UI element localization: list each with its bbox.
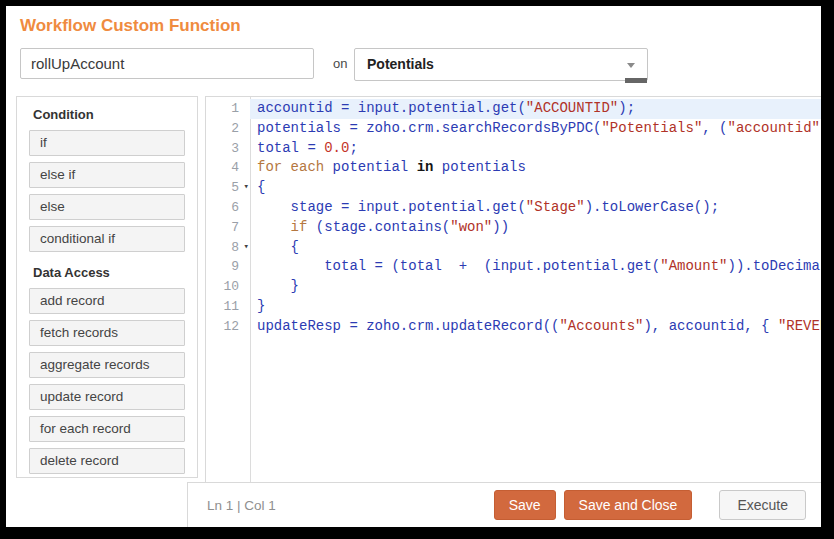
line-number: 12 (206, 317, 250, 337)
fold-arrow-icon[interactable]: ▾ (244, 178, 249, 198)
sidebar-item-else-if[interactable]: else if (29, 162, 185, 188)
sidebar-item-aggregate-records[interactable]: aggregate records (29, 352, 185, 378)
save-and-close-button[interactable]: Save and Close (564, 490, 693, 520)
line-number: 7 (206, 218, 250, 238)
sidebar-item-for-each-record[interactable]: for each record (29, 416, 185, 442)
sidebar-item-if[interactable]: if (29, 130, 185, 156)
code-line: 5▾{ (206, 178, 821, 198)
code-text[interactable]: accountid = input.potential.get("ACCOUNT… (250, 99, 821, 119)
sidebar-item-delete-record[interactable]: delete record (29, 448, 185, 474)
code-line: 12updateResp = zoho.crm.updateRecord(("A… (206, 317, 821, 337)
sidebar-item-else[interactable]: else (29, 194, 185, 220)
code-line: 11} (206, 297, 821, 317)
code-line: 10 } (206, 277, 821, 297)
code-line: 3total = 0.0; (206, 139, 821, 159)
code-line: 7 if (stage.contains("won")) (206, 218, 821, 238)
snippet-sidebar: Conditionifelse ifelseconditional ifData… (16, 96, 198, 478)
sidebar-item-update-record[interactable]: update record (29, 384, 185, 410)
module-select[interactable]: Potentials (354, 48, 648, 81)
function-name-input[interactable] (20, 48, 314, 79)
code-lines: 1accountid = input.potential.get("ACCOUN… (206, 99, 821, 337)
code-line: 1accountid = input.potential.get("ACCOUN… (206, 99, 821, 119)
code-line: 9 total = (total + (input.potential.get(… (206, 257, 821, 277)
code-text[interactable]: total = (total + (input.potential.get("A… (250, 257, 821, 277)
workflow-function-dialog: Workflow Custom Function on Potentials C… (6, 6, 821, 527)
line-number: 6 (206, 198, 250, 218)
code-text[interactable]: potentials = zoho.crm.searchRecordsByPDC… (250, 119, 821, 139)
line-number: 2 (206, 119, 250, 139)
code-line: 6 stage = input.potential.get("Stage").t… (206, 198, 821, 218)
page-title: Workflow Custom Function (20, 16, 241, 36)
module-select-value: Potentials (367, 49, 434, 80)
code-text[interactable]: } (250, 297, 821, 317)
on-label: on (333, 48, 347, 79)
line-number: 9 (206, 257, 250, 277)
code-text[interactable]: { (250, 238, 821, 258)
line-number: 10 (206, 277, 250, 297)
code-text[interactable]: } (250, 277, 821, 297)
execute-button[interactable]: Execute (719, 490, 806, 520)
code-text[interactable]: total = 0.0; (250, 139, 821, 159)
line-number: 5▾ (206, 178, 250, 198)
footer-bar: Ln 1 | Col 1 Save Save and Close Execute (187, 482, 821, 527)
line-number: 11 (206, 297, 250, 317)
code-line: 2potentials = zoho.crm.searchRecordsByPD… (206, 119, 821, 139)
code-line: 4for each potential in potentials (206, 158, 821, 178)
code-editor[interactable]: 1accountid = input.potential.get("ACCOUN… (205, 96, 821, 482)
line-number: 1 (206, 99, 250, 119)
line-number: 4 (206, 158, 250, 178)
code-text[interactable]: for each potential in potentials (250, 158, 821, 178)
code-text[interactable]: stage = input.potential.get("Stage").toL… (250, 198, 821, 218)
sidebar-item-add-record[interactable]: add record (29, 288, 185, 314)
fold-arrow-icon[interactable]: ▾ (244, 238, 249, 258)
sidebar-section-heading: Condition (33, 107, 185, 122)
line-number: 3 (206, 139, 250, 159)
sidebar-item-conditional-if[interactable]: conditional if (29, 226, 185, 252)
line-number: 8▾ (206, 238, 250, 258)
code-text[interactable]: updateResp = zoho.crm.updateRecord(("Acc… (250, 317, 821, 337)
code-line: 8▾ { (206, 238, 821, 258)
sidebar-section-heading: Data Access (33, 265, 185, 280)
cursor-position: Ln 1 | Col 1 (207, 498, 276, 513)
code-text[interactable]: { (250, 178, 821, 198)
chevron-down-icon (627, 63, 635, 68)
scrollbar-grip[interactable] (625, 78, 647, 83)
code-text[interactable]: if (stage.contains("won")) (250, 218, 821, 238)
sidebar-item-fetch-records[interactable]: fetch records (29, 320, 185, 346)
save-button[interactable]: Save (494, 490, 556, 520)
